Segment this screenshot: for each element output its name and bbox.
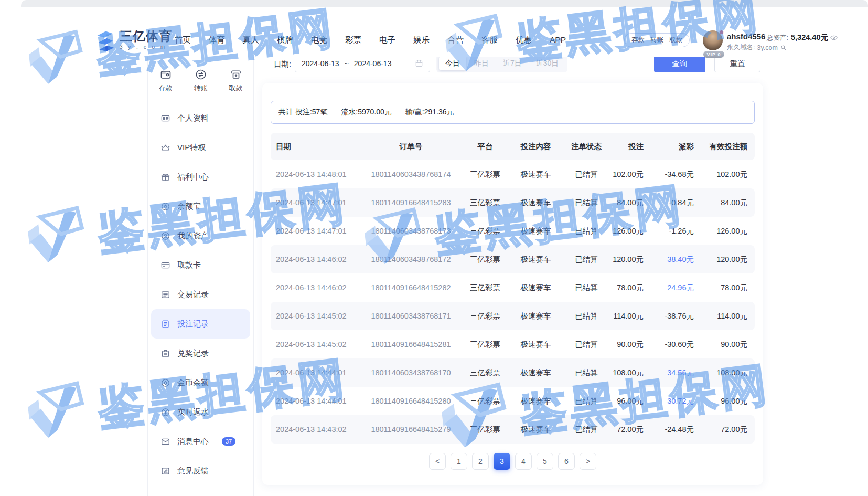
page-buttons: 123456 [451,453,575,470]
nav-item-app[interactable]: APP [550,35,566,45]
avatar[interactable] [703,30,723,50]
cell-content: 极速赛车 [508,198,563,208]
cell-platform: 三亿彩票 [462,283,508,293]
quick-filter-last-7-days[interactable]: 近7日 [497,57,528,70]
calendar-icon [415,59,423,68]
cell-valid: 90.00元 [704,340,755,350]
page-button-2[interactable]: 2 [472,453,489,470]
search-icon[interactable] [780,44,787,51]
coin-icon [160,202,170,212]
sidebar-item-label: 福利中心 [177,172,209,182]
nav-item-entertainment[interactable]: 娱乐 [413,35,430,46]
sidebar-item-realtime-rebate[interactable]: 实时返水 [151,397,250,427]
deposit-link[interactable]: 存款 [631,36,645,45]
sidebar-item-profile[interactable]: 个人资料 [151,103,250,133]
sidebar-item-withdraw-card[interactable]: 取款卡 [151,250,250,280]
nav-item-sports[interactable]: 体育 [209,35,225,46]
quick-action-withdraw[interactable]: 取款 [229,68,243,93]
column-header: 投注 [609,142,654,152]
cell-date: 2024-06-13 14:46:02 [271,283,360,292]
wallet-icon [159,68,172,81]
cell-payout: -30.60元 [654,340,704,350]
sidebar-item-yuebao[interactable]: 余额宝 [151,192,250,221]
next-page-button[interactable]: > [580,453,596,470]
sidebar-item-label: 交易记录 [177,290,209,300]
brand-logo-text[interactable]: 三亿体育 3 y . c o m [120,30,172,50]
date-filter-label: 日期: [274,59,291,69]
brand-logo-icon[interactable] [92,29,116,51]
nav-item-promotions[interactable]: 优惠 [516,35,532,46]
query-button[interactable]: 查询 [654,55,705,72]
cell-order: 1801140603438768171 [360,312,462,320]
sidebar-item-vip-privilege[interactable]: VIP特权 [151,133,250,162]
sidebar-item-label: 消息中心 [177,437,209,447]
nav-item-home[interactable]: 首页 [175,35,191,46]
guarantee-logo-icon [20,379,91,449]
nav-item-live-casino[interactable]: 真人 [243,35,259,46]
nav-item-slots[interactable]: 电子 [379,35,395,46]
sidebar-item-label: 兑奖记录 [177,349,209,358]
page-button-5[interactable]: 5 [537,453,553,470]
username[interactable]: ahsfd4556 [727,32,765,41]
vip-badge: VIP 0 [703,51,724,58]
bet-records-panel: 共计 投注:57笔 流水:5970.00元 输/赢:291.36元 日期订单号平… [262,83,763,485]
domain-label: 永久域名: [727,43,755,52]
cell-status: 已结算 [563,368,609,378]
cell-status: 已结算 [563,311,609,321]
sidebar-quick-actions: 存款转账取款 [148,68,253,93]
assets-icon [160,231,170,241]
column-header: 平台 [462,142,508,152]
sidebar-item-bet-records[interactable]: 投注记录 [151,309,250,339]
nav-item-lottery[interactable]: 彩票 [345,35,361,46]
site-header: 三亿体育 3 y . c o m 首页体育真人棋牌电竞彩票电子娱乐合营客服优惠A… [0,23,868,57]
cell-bet: 84.00元 [609,198,654,208]
pagination: < 123456 > [271,453,755,470]
cell-status: 已结算 [563,198,609,208]
cell-status: 已结算 [563,170,609,180]
cell-platform: 三亿彩票 [462,396,508,406]
brand-title: 三亿体育 [120,30,172,43]
sidebar-item-label: 意见反馈 [177,466,209,476]
unread-count-badge: 37 [222,437,235,446]
sidebar-item-gold-balance[interactable]: 金币余额 [151,368,250,397]
cell-bet: 114.00元 [609,311,654,321]
cell-valid: 78.00元 [704,283,755,293]
withdraw-link[interactable]: 取款 [669,36,682,45]
cell-valid: 72.00元 [704,425,755,435]
nav-item-esports[interactable]: 电竞 [311,35,327,46]
nav-item-joint-venture[interactable]: 合营 [447,35,464,46]
nav-item-chess[interactable]: 棋牌 [277,35,293,46]
sidebar-item-feedback[interactable]: 意见反馈 [151,456,250,486]
brand-subtitle: 3 y . c o m [120,45,172,50]
sidebar-item-label: 余额宝 [177,202,201,212]
feedback-icon [160,466,170,476]
summary-bar: 共计 投注:57笔 流水:5970.00元 输/赢:291.36元 [271,101,755,124]
quick-action-deposit[interactable]: 存款 [159,68,173,93]
sidebar-item-welfare-center[interactable]: 福利中心 [151,162,250,192]
sidebar-item-my-assets[interactable]: 我的资产 [151,221,250,250]
cell-payout: 34.56元 [654,368,704,378]
cell-payout: -0.84元 [654,198,704,208]
column-header: 派彩 [654,142,704,152]
page-button-4[interactable]: 4 [515,453,532,470]
quick-filter-last-30-days[interactable]: 近30日 [530,57,565,70]
sidebar-item-redeem-records[interactable]: 兑奖记录 [151,339,250,368]
quick-filter-today[interactable]: 今日 [439,57,466,70]
cell-content: 极速赛车 [508,311,563,321]
quick-action-transfer[interactable]: 转账 [194,68,208,93]
cell-date: 2024-06-13 14:46:02 [271,255,360,263]
page-button-3[interactable]: 3 [494,453,510,470]
page-button-6[interactable]: 6 [558,453,575,470]
eye-icon[interactable] [830,34,838,42]
cell-status: 已结算 [563,340,609,350]
date-range-input[interactable]: 2024-06-13 ~ 2024-06-13 [295,55,430,72]
sidebar-item-transaction-records[interactable]: 交易记录 [151,280,250,309]
page-button-1[interactable]: 1 [451,453,467,470]
quick-filter-yesterday[interactable]: 昨日 [468,57,495,70]
sidebar-item-label: 实时返水 [177,407,209,417]
sidebar-item-message-center[interactable]: 消息中心37 [151,427,250,456]
transfer-link[interactable]: 转账 [650,36,663,45]
summary-winloss: 输/赢:291.36元 [405,108,454,117]
nav-item-customer-service[interactable]: 客服 [481,35,498,46]
prev-page-button[interactable]: < [429,453,446,470]
